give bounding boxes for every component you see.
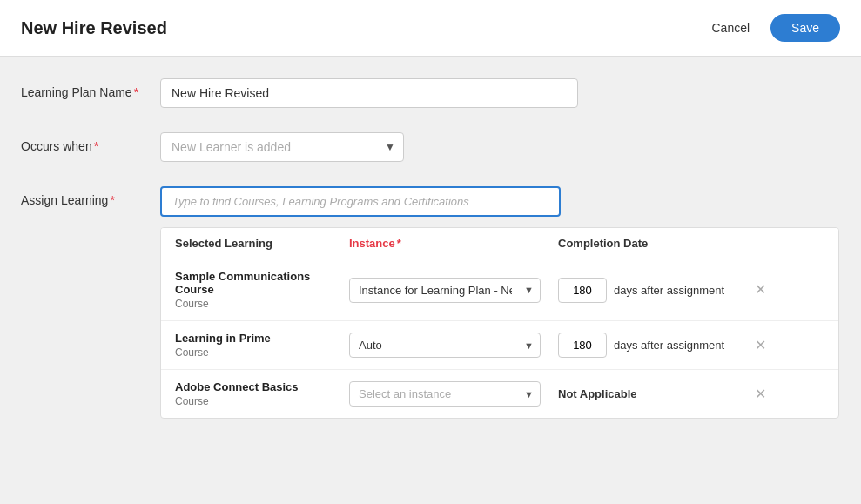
table-row: Adobe Connect Basics Course Select an in… <box>161 370 838 418</box>
item-name-2: Learning in Prime <box>175 332 349 345</box>
table-row: Learning in Prime Course Auto ▼ <box>161 321 838 370</box>
item-name-1: Sample Communications Course <box>175 270 349 296</box>
save-button[interactable]: Save <box>770 14 840 42</box>
not-applicable-label: Not Applicable <box>558 387 637 400</box>
item-info-1: Sample Communications Course Course <box>175 270 349 310</box>
cancel-button[interactable]: Cancel <box>701 16 760 40</box>
learning-plan-name-label: Learning Plan Name* <box>21 78 160 99</box>
remove-button-1[interactable]: ✕ <box>750 281 771 299</box>
learning-plan-name-row: Learning Plan Name* <box>21 78 840 108</box>
instance-cell-2: Auto ▼ <box>349 333 558 358</box>
instance-select-3[interactable]: Select an instance <box>349 381 541 407</box>
header-actions: Cancel Save <box>701 14 840 42</box>
instance-select-1[interactable]: Instance for Learning Plan - Ne... <box>349 278 541 303</box>
occurs-when-select[interactable]: New Learner is added <box>160 132 404 162</box>
learning-plan-name-control <box>160 78 578 108</box>
instance-select-wrapper-1: Instance for Learning Plan - Ne... ▼ <box>349 278 541 303</box>
item-type-3: Course <box>175 395 349 407</box>
days-label-1: days after assignment <box>614 284 724 297</box>
days-input-1[interactable] <box>558 278 607 303</box>
instance-select-wrapper-2: Auto ▼ <box>349 333 541 358</box>
item-info-2: Learning in Prime Course <box>175 332 349 359</box>
days-input-2[interactable] <box>558 333 607 358</box>
item-info-3: Adobe Connect Basics Course <box>175 380 349 407</box>
remove-cell-2: ✕ <box>750 337 784 354</box>
required-star-3: * <box>110 193 114 207</box>
occurs-when-control: New Learner is added ▼ <box>160 132 578 162</box>
remove-button-2[interactable]: ✕ <box>750 337 771 354</box>
instance-cell-1: Instance for Learning Plan - Ne... ▼ <box>349 278 558 303</box>
assign-learning-input[interactable] <box>160 186 561 217</box>
col-instance: Instance* <box>349 237 558 250</box>
required-star: * <box>134 85 138 99</box>
item-type-2: Course <box>175 346 349 359</box>
table-header: Selected Learning Instance* Completion D… <box>161 228 838 259</box>
instance-select-2[interactable]: Auto <box>349 333 541 358</box>
assign-learning-label: Assign Learning* <box>21 186 160 207</box>
completion-cell-1: days after assignment <box>558 278 750 303</box>
col-remove <box>750 237 784 250</box>
occurs-when-select-wrapper: New Learner is added ▼ <box>160 132 404 162</box>
instance-select-wrapper-3: Select an instance ▼ <box>349 381 541 407</box>
occurs-when-label: Occurs when* <box>21 132 160 153</box>
table-row: Sample Communications Course Course Inst… <box>161 259 838 321</box>
learning-table: Selected Learning Instance* Completion D… <box>160 227 839 419</box>
learning-plan-name-input[interactable] <box>160 78 578 108</box>
assign-learning-row: Assign Learning* Selected Learning Insta… <box>21 186 840 419</box>
col-selected-learning: Selected Learning <box>175 237 349 250</box>
item-name-3: Adobe Connect Basics <box>175 380 349 393</box>
page-title: New Hire Revised <box>21 18 167 38</box>
occurs-when-row: Occurs when* New Learner is added ▼ <box>21 132 840 162</box>
page-wrapper: New Hire Revised Cancel Save Learning Pl… <box>0 0 861 504</box>
remove-cell-1: ✕ <box>750 281 784 299</box>
item-type-1: Course <box>175 298 349 310</box>
col-completion-date: Completion Date <box>558 237 750 250</box>
assign-learning-control: Selected Learning Instance* Completion D… <box>160 186 839 419</box>
completion-cell-3: Not Applicable <box>558 387 750 400</box>
form-body: Learning Plan Name* Occurs when* New Lea… <box>0 57 861 464</box>
completion-cell-2: days after assignment <box>558 333 750 358</box>
remove-cell-3: ✕ <box>750 386 784 403</box>
instance-cell-3: Select an instance ▼ <box>349 381 558 407</box>
remove-button-3[interactable]: ✕ <box>750 386 771 403</box>
required-star-2: * <box>94 139 98 153</box>
days-label-2: days after assignment <box>614 339 724 352</box>
page-header: New Hire Revised Cancel Save <box>0 0 861 57</box>
